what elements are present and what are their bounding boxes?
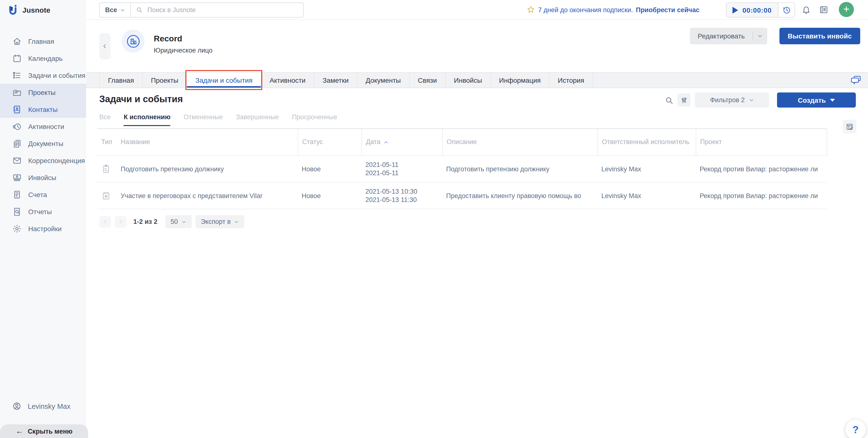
tasks-list-icon [12, 70, 22, 80]
sidebar-menu: Главная Календарь Задачи и события Проек… [0, 33, 86, 237]
timer-play-button[interactable] [726, 6, 742, 14]
edit-button[interactable]: Редактировать [690, 32, 752, 40]
date-start: 2021-05-13 10:30 [365, 187, 437, 196]
sidebar-item-home[interactable]: Главная [0, 33, 86, 50]
quick-add-button[interactable]: + [839, 2, 854, 17]
status-tab-cancelled[interactable]: Отмененные [184, 114, 223, 126]
col-header-assignee[interactable]: Ответственный исполнитель [597, 129, 696, 155]
view-options-button[interactable] [677, 93, 690, 106]
col-header-date[interactable]: Дата [362, 129, 442, 155]
sidebar-item-label: Календарь [28, 54, 63, 62]
chevron-down-icon [749, 97, 754, 103]
col-header-status[interactable]: Статус [298, 129, 362, 155]
chevron-down-icon [120, 7, 125, 12]
col-header-project[interactable]: Проект [696, 129, 827, 155]
create-invoice-button[interactable]: Выставить инвойс [779, 28, 860, 44]
sliders-icon [680, 96, 688, 104]
next-page-button[interactable] [115, 216, 126, 227]
buy-now-link[interactable]: Приобрести сейчас [636, 6, 700, 13]
user-name: Levinsky Max [28, 403, 70, 410]
chevron-down-icon [757, 33, 763, 39]
help-question-icon: ? [852, 424, 859, 435]
task-assignee-cell: Levinsky Max [597, 192, 696, 199]
tab-tasks-events[interactable]: Задачи и события [187, 72, 261, 88]
col-header-name[interactable]: Название [117, 129, 298, 155]
sidebar-item-correspondence[interactable]: Корреспонденция [0, 152, 86, 169]
status-tab-all[interactable]: Все [99, 114, 111, 126]
sidebar-item-documents[interactable]: Документы [0, 135, 86, 152]
company-building-icon [126, 34, 140, 48]
bell-icon [801, 5, 811, 14]
create-button[interactable]: Создать [777, 92, 856, 107]
column-settings-button[interactable] [843, 120, 856, 133]
event-calendar-icon [101, 191, 111, 200]
sidebar-item-settings[interactable]: Настройки [0, 220, 86, 237]
receipt-icon [12, 190, 22, 199]
tab-notes[interactable]: Заметки [314, 72, 358, 88]
sidebar-item-invoices[interactable]: Инвойсы [0, 169, 86, 186]
sidebar-item-reports[interactable]: Отчеты [0, 203, 86, 220]
contact-type-label: Юридическое лицо [154, 47, 212, 54]
documents-icon [12, 138, 22, 148]
sidebar-item-activities[interactable]: Активности [0, 118, 86, 135]
filters-button-label: Фильтров 2 [710, 96, 745, 104]
tab-documents[interactable]: Документы [358, 72, 409, 88]
hide-menu-button[interactable]: ← Скрыть меню [0, 425, 88, 438]
tab-projects[interactable]: Проекты [143, 72, 187, 88]
col-header-description[interactable]: Описание [442, 129, 597, 155]
table-header-row: Тип Название Статус Дата Описание Ответс… [97, 129, 827, 156]
logo[interactable]: Jusnote [0, 0, 86, 15]
sidebar-item-bills[interactable]: Счета [0, 186, 86, 203]
chevron-down-icon [234, 219, 239, 224]
banknote-icon [12, 173, 22, 182]
tasks-table: Тип Название Статус Дата Описание Ответс… [97, 128, 827, 209]
sidebar-item-label: Главная [28, 37, 54, 45]
sidebar-item-contacts[interactable]: Контакты [0, 101, 86, 118]
status-tab-completed[interactable]: Завершенные [236, 114, 279, 126]
newspaper-icon [819, 5, 829, 14]
task-name-cell[interactable]: Подготовить претензию должнику [117, 165, 298, 173]
task-description-cell: Предоставить клиенту правовую помощь во [442, 192, 597, 199]
jusnote-logo-icon [8, 4, 19, 15]
search-scope-dropdown[interactable]: Все [100, 3, 131, 17]
task-date-cell: 2021-05-13 10:30 2021-05-13 11:30 [362, 187, 442, 204]
tab-activities[interactable]: Активности [261, 72, 314, 88]
table-row[interactable]: Участие в переговорах с представителем V… [97, 183, 827, 209]
user-menu[interactable]: Levinsky Max [12, 402, 70, 411]
col-header-date-label: Дата [366, 138, 380, 146]
home-icon [12, 36, 22, 46]
task-name-cell[interactable]: Участие в переговорах с представителем V… [117, 192, 298, 199]
news-feed-button[interactable] [819, 5, 829, 14]
search-input[interactable] [147, 6, 303, 14]
export-label: Экспорт в [201, 218, 230, 225]
tab-invoices[interactable]: Инвойсы [446, 72, 491, 88]
tab-information[interactable]: Информация [491, 72, 549, 88]
sidebar: Jusnote Главная Календарь Задачи и событ… [0, 0, 86, 438]
filters-button[interactable]: Фильтров 2 [695, 92, 769, 107]
sidebar-item-tasks[interactable]: Задачи и события [0, 67, 86, 84]
tab-relations[interactable]: Связи [409, 72, 445, 88]
status-tab-overdue[interactable]: Просроченные [292, 114, 337, 126]
col-header-type[interactable]: Тип [97, 129, 117, 155]
table-search-button[interactable] [664, 96, 674, 105]
back-button[interactable] [99, 33, 111, 59]
sidebar-item-calendar[interactable]: Календарь [0, 50, 86, 67]
status-filter-tabs: Все К исполнению Отмененные Завершенные … [99, 114, 337, 126]
tab-history[interactable]: История [550, 72, 593, 88]
task-clipboard-icon [101, 164, 111, 174]
status-tab-todo[interactable]: К исполнению [124, 114, 170, 126]
prev-page-button[interactable] [99, 216, 111, 227]
hide-menu-label: Скрыть меню [28, 428, 72, 435]
edit-dropdown-toggle[interactable] [752, 31, 767, 41]
tab-main[interactable]: Главная [99, 72, 143, 88]
notifications-button[interactable] [801, 5, 811, 14]
chevron-left-icon [102, 219, 108, 224]
export-dropdown[interactable]: Экспорт в [195, 215, 244, 228]
timer-history-button[interactable] [778, 3, 795, 17]
help-button[interactable]: ? [845, 419, 866, 438]
sidebar-item-projects[interactable]: Проекты [0, 84, 86, 101]
chat-button[interactable] [850, 75, 861, 85]
table-row[interactable]: Подготовить претензию должнику Новое 202… [97, 156, 827, 183]
envelope-icon [12, 156, 22, 165]
page-size-dropdown[interactable]: 50 [165, 215, 191, 228]
